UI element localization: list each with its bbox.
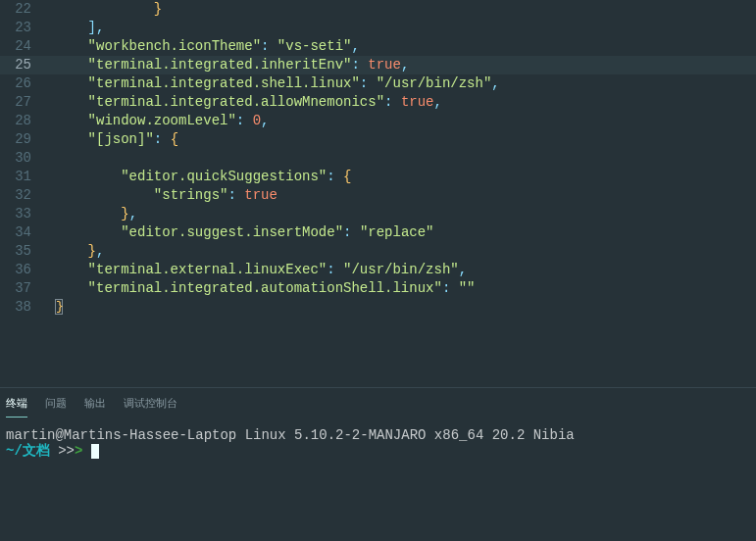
code-token [392, 94, 400, 110]
code-token: : [351, 57, 359, 73]
code-token: true [244, 187, 277, 203]
code-token: "editor.suggest.insertMode" [121, 224, 343, 240]
terminal-cwd: ~/文档 [6, 443, 50, 459]
terminal-body[interactable]: martin@Martins-Hassee-Laptop Linux 5.10.… [0, 418, 756, 468]
code-token: : [236, 113, 244, 128]
terminal-output-line: martin@Martins-Hassee-Laptop Linux 5.10.… [6, 427, 750, 443]
code-token: "" [459, 280, 476, 296]
code-content[interactable]: "editor.suggest.insertMode": "replace" [37, 223, 434, 242]
code-content[interactable] [37, 149, 88, 168]
code-line[interactable]: 22 } [0, 0, 756, 19]
code-line[interactable]: 36 "terminal.external.linuxExec": "/usr/… [0, 261, 756, 279]
line-number: 35 [0, 242, 37, 261]
code-line[interactable]: 31 "editor.quickSuggestions": { [0, 168, 756, 186]
panel-tab-终端[interactable]: 终端 [6, 396, 27, 418]
line-number: 29 [0, 130, 37, 149]
line-number: 32 [0, 186, 37, 205]
code-token: { [171, 131, 178, 147]
code-token: "window.zoomLevel" [88, 113, 236, 128]
code-token: } [88, 243, 96, 259]
code-token: : [327, 262, 334, 277]
line-number: 38 [0, 298, 37, 317]
line-number: 23 [0, 19, 37, 37]
code-editor[interactable]: 22 }23 ],24 "workbench.iconTheme": "vs-s… [0, 0, 756, 387]
code-content[interactable]: "terminal.integrated.inheritEnv": true, [37, 56, 409, 74]
code-content[interactable]: "terminal.external.linuxExec": "/usr/bin… [37, 261, 467, 279]
terminal-prompt-line[interactable]: ~/文档 >>> [6, 443, 750, 459]
editor-cursor: } [55, 299, 63, 315]
code-token: , [401, 57, 409, 73]
code-token: "vs-seti" [277, 38, 352, 54]
code-token: { [343, 169, 351, 184]
code-token: : [227, 187, 235, 203]
code-token: "terminal.integrated.allowMnemonics" [88, 94, 384, 110]
code-content[interactable]: "editor.quickSuggestions": { [37, 168, 351, 186]
code-line[interactable]: 34 "editor.suggest.insertMode": "replace… [0, 223, 756, 242]
code-line[interactable]: 29 "[json]": { [0, 130, 756, 149]
code-token: "/usr/bin/zsh" [377, 75, 492, 91]
code-line[interactable]: 30 [0, 149, 756, 168]
code-token: true [368, 57, 401, 73]
code-token: , [459, 262, 467, 277]
code-token: "workbench.iconTheme" [88, 38, 261, 54]
panel-tabs: 终端问题输出调试控制台 [0, 388, 756, 418]
code-token: "[json]" [88, 131, 154, 147]
code-token: "terminal.integrated.inheritEnv" [88, 57, 352, 73]
code-token: } [121, 206, 128, 221]
code-content[interactable]: "terminal.integrated.shell.linux": "/usr… [37, 74, 500, 93]
code-line[interactable]: 33 }, [0, 205, 756, 223]
code-token: , [261, 113, 269, 128]
code-content[interactable]: "[json]": { [37, 130, 178, 149]
code-content[interactable]: }, [37, 242, 104, 261]
line-number: 26 [0, 74, 37, 93]
code-token: : [360, 75, 368, 91]
code-token [335, 169, 343, 184]
code-token: "replace" [360, 224, 434, 240]
panel-tab-问题[interactable]: 问题 [45, 396, 67, 418]
code-content[interactable]: "terminal.integrated.allowMnemonics": tr… [37, 93, 442, 112]
code-line[interactable]: 38} [0, 298, 756, 317]
code-token: ], [88, 20, 105, 35]
code-content[interactable]: }, [37, 205, 137, 223]
code-token: , [433, 94, 441, 110]
line-number: 25 [0, 56, 37, 74]
code-content[interactable]: "terminal.integrated.automationShell.lin… [37, 279, 476, 298]
panel-tab-调试控制台[interactable]: 调试控制台 [124, 396, 177, 418]
code-line[interactable]: 28 "window.zoomLevel": 0, [0, 112, 756, 130]
code-token: "terminal.integrated.shell.linux" [88, 75, 360, 91]
terminal-prompt-end: > [75, 443, 91, 459]
code-token: , [491, 75, 499, 91]
code-line[interactable]: 35 }, [0, 242, 756, 261]
code-line[interactable]: 32 "strings": true [0, 186, 756, 205]
code-token: 0 [253, 113, 261, 128]
line-number: 24 [0, 37, 37, 56]
code-token: "editor.quickSuggestions" [121, 169, 327, 184]
bottom-panel: 终端问题输出调试控制台 martin@Martins-Hassee-Laptop… [0, 387, 756, 541]
code-content[interactable]: } [37, 298, 63, 317]
line-number: 33 [0, 205, 37, 223]
code-content[interactable]: "strings": true [37, 186, 277, 205]
code-content[interactable]: "workbench.iconTheme": "vs-seti", [37, 37, 360, 56]
code-line[interactable]: 37 "terminal.integrated.automationShell.… [0, 279, 756, 298]
code-line[interactable]: 23 ], [0, 19, 756, 37]
panel-tab-输出[interactable]: 输出 [84, 396, 106, 418]
code-token: , [96, 243, 104, 259]
code-token: } [154, 1, 162, 17]
code-content[interactable]: ], [37, 19, 104, 37]
code-line[interactable]: 24 "workbench.iconTheme": "vs-seti", [0, 37, 756, 56]
line-number: 22 [0, 0, 37, 19]
code-line[interactable]: 25 "terminal.integrated.inheritEnv": tru… [0, 56, 756, 74]
code-content[interactable]: } [37, 0, 162, 19]
code-content[interactable]: "window.zoomLevel": 0, [37, 112, 269, 130]
code-token [360, 57, 368, 73]
code-line[interactable]: 27 "terminal.integrated.allowMnemonics":… [0, 93, 756, 112]
code-line[interactable]: 26 "terminal.integrated.shell.linux": "/… [0, 74, 756, 93]
line-number: 27 [0, 93, 37, 112]
line-number: 34 [0, 223, 37, 242]
code-token [269, 38, 277, 54]
line-number: 37 [0, 279, 37, 298]
code-token: "strings" [154, 187, 228, 203]
code-token [236, 187, 244, 203]
code-token: "/usr/bin/zsh" [343, 262, 459, 277]
code-token: "terminal.integrated.automationShell.lin… [88, 280, 442, 296]
